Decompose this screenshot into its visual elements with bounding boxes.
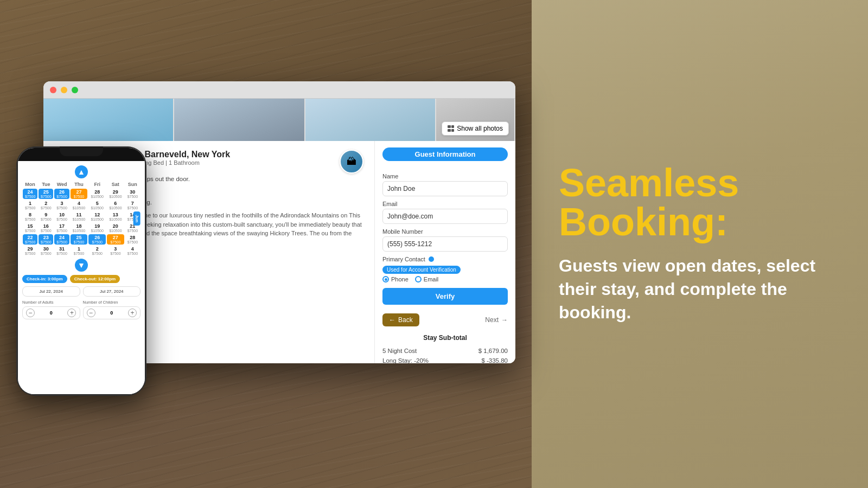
calendar-day[interactable]: 4$7500 [125, 245, 141, 256]
calendar-up-button[interactable]: ▲ [75, 165, 88, 178]
adults-decrement-button[interactable]: − [26, 309, 35, 317]
calendar-day[interactable]: 19$10500 [88, 222, 106, 234]
calendar-day[interactable]: 31$7500 [54, 245, 69, 256]
calendar-day-header: Wed [54, 181, 69, 188]
calendar-day[interactable]: 2$7500 [38, 200, 54, 211]
calendar-day[interactable]: 16$7500 [38, 222, 54, 234]
cost-row: Long Stay: -20%$ -335.80 [382, 356, 508, 363]
checkin-date-field[interactable]: Jul 22, 2024 [22, 286, 80, 297]
calendar-day[interactable]: 18$10500 [70, 222, 88, 234]
calendar-day[interactable]: 28$10500 [88, 188, 106, 200]
calendar-day[interactable]: 9$7500 [38, 211, 54, 222]
children-decrement-button[interactable]: − [87, 309, 95, 317]
checkout-date-field[interactable]: Jul 27, 2024 [83, 286, 141, 297]
calendar-day-header: Sun [125, 181, 141, 188]
month-label: Jun [133, 211, 140, 226]
calendar-day[interactable]: 27$7500 [70, 188, 88, 200]
calendar-day-header: Fri [88, 181, 106, 188]
next-button[interactable]: Next → [485, 316, 508, 324]
name-input[interactable] [382, 181, 508, 196]
calendar-day-header: Sat [106, 181, 125, 188]
calendar-day[interactable]: 5$10500 [88, 200, 106, 211]
back-button[interactable]: ← Back [382, 313, 419, 326]
back-arrow-icon: ← [389, 316, 395, 324]
phone-radio-dot [382, 276, 389, 282]
calendar-day[interactable]: 28$7500 [125, 234, 141, 245]
calendar-day[interactable]: 23$7500 [38, 234, 54, 245]
adults-group: Number of Adults − 0 + [22, 300, 80, 319]
browser-titlebar [43, 81, 515, 99]
verify-button[interactable]: Verify [382, 288, 508, 305]
phone-notch [60, 146, 103, 156]
checkin-pill: Check-in: 3:00pm [22, 275, 67, 283]
calendar-day[interactable]: 30$7500 [38, 245, 54, 256]
photo-block-1 [43, 99, 173, 141]
calendar-day[interactable]: 15$7500 [22, 222, 38, 234]
calendar-day[interactable]: 8$7500 [22, 211, 38, 222]
calendar-day[interactable]: 27$7500 [106, 234, 125, 245]
adults-label: Number of Adults [22, 300, 80, 305]
calendar-day[interactable]: 1$7500 [70, 245, 88, 256]
calendar-day[interactable]: 29$7500 [22, 245, 38, 256]
calendar: MonTueWedThuFriSatSun 24$750025$750026$7… [22, 181, 141, 256]
calendar-day[interactable]: 17$7500 [54, 222, 69, 234]
photo-block-2 [174, 99, 304, 141]
primary-contact-dot [429, 256, 434, 262]
calendar-day-header: Mon [22, 181, 38, 188]
cost-table: 5 Night Cost$ 1,679.00Long Stay: -20%$ -… [382, 346, 508, 363]
phone-screen: ▲ MonTueWedThuFriSatSun 24$750025$750026… [18, 148, 145, 394]
calendar-day[interactable]: 30$7500 [125, 188, 141, 200]
calendar-day[interactable]: 7$7500 [125, 200, 141, 211]
adults-increment-button[interactable]: + [67, 309, 76, 317]
calendar-day[interactable]: 4$10500 [70, 200, 88, 211]
host-avatar: 🏔 [340, 150, 363, 174]
close-button[interactable] [50, 87, 56, 93]
cost-row: 5 Night Cost$ 1,679.00 [382, 346, 508, 356]
calendar-day[interactable]: 11$10500 [70, 211, 88, 222]
show-all-photos-button[interactable]: Show all photos [442, 121, 509, 136]
calendar-day[interactable]: 24$7500 [22, 188, 38, 200]
maximize-button[interactable] [72, 87, 78, 93]
children-increment-button[interactable]: + [128, 309, 137, 317]
mobile-phone: ▲ MonTueWedThuFriSatSun 24$750025$750026… [16, 146, 146, 396]
calendar-day[interactable]: 1$7500 [22, 200, 38, 211]
calendar-day[interactable]: 12$10500 [88, 211, 106, 222]
phone-radio[interactable]: Phone [382, 276, 409, 282]
photo-block-3 [305, 99, 435, 141]
headline: Seamless Booking: [559, 163, 841, 241]
right-panel: Seamless Booking: Guests view open dates… [532, 0, 868, 488]
calendar-day[interactable]: 26$7500 [88, 234, 106, 245]
guest-info-title: Guest Information [382, 147, 508, 161]
next-arrow-icon: → [501, 316, 508, 324]
calendar-day[interactable]: 13$10500 [106, 211, 125, 222]
calendar-day[interactable]: 2$7500 [88, 245, 106, 256]
calendar-day[interactable]: 10$7500 [54, 211, 69, 222]
calendar-day[interactable]: 26$7500 [54, 188, 69, 200]
children-label: Number of Children [83, 300, 141, 305]
email-input[interactable] [382, 209, 508, 224]
name-label: Name [382, 173, 508, 179]
calendar-day[interactable]: 6$10500 [106, 200, 125, 211]
calendar-day[interactable]: 20$10500 [106, 222, 125, 234]
email-radio[interactable]: Email [415, 276, 439, 282]
children-group: Number of Children − 0 + [83, 300, 141, 319]
minimize-button[interactable] [61, 87, 67, 93]
calendar-day[interactable]: 3$7500 [54, 200, 69, 211]
children-count: 0 [110, 310, 113, 316]
grid-icon [448, 125, 454, 132]
calendar-down-button[interactable]: ▼ [75, 259, 88, 272]
checkout-pill: Check-out: 12:00pm [70, 275, 120, 283]
verification-badge: Used for Account Verification [382, 266, 461, 274]
calendar-day[interactable]: 24$7500 [54, 234, 69, 245]
calendar-day[interactable]: 29$10500 [106, 188, 125, 200]
subtext: Guests view open dates, select their sta… [559, 254, 841, 325]
next-label: Next [485, 316, 499, 324]
calendar-day[interactable]: 25$7500 [38, 188, 54, 200]
photo-strip: Show all photos [43, 99, 515, 141]
calendar-day[interactable]: 25$7500 [70, 234, 88, 245]
calendar-day[interactable]: 3$7500 [106, 245, 125, 256]
calendar-day[interactable]: 22$7500 [22, 234, 38, 245]
email-radio-dot [415, 276, 422, 282]
mobile-input[interactable] [382, 236, 508, 252]
phone-content: ▲ MonTueWedThuFriSatSun 24$750025$750026… [18, 161, 145, 394]
